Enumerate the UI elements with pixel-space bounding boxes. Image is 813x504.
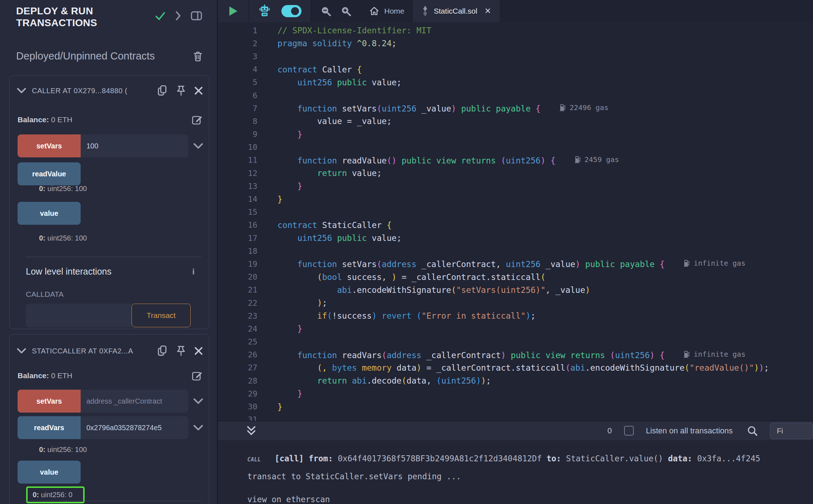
chevron-right-icon[interactable] <box>175 11 181 21</box>
code-text: function setVars(address _callerContract… <box>257 259 746 269</box>
pin-icon[interactable] <box>176 345 186 357</box>
code-line[interactable]: 24 } <box>218 322 813 335</box>
close-tab-icon[interactable]: ✕ <box>484 6 491 16</box>
search-icon[interactable] <box>747 425 758 436</box>
code-line[interactable]: 20 (bool success, ) = _callerContract.st… <box>218 271 813 284</box>
tab-home[interactable]: Home <box>361 0 413 22</box>
code-line[interactable]: 11 function readValue() public view retu… <box>218 154 813 167</box>
transact-button[interactable]: Transact <box>132 304 191 327</box>
code-line[interactable]: 9 } <box>218 128 813 141</box>
etherscan-link[interactable]: view on etherscan <box>247 495 330 504</box>
zoom-out-icon[interactable] <box>320 6 331 16</box>
transaction-count: 0 <box>608 426 612 436</box>
setvars-input[interactable] <box>81 390 188 413</box>
calldata-input[interactable] <box>26 304 132 327</box>
gas-estimate-badge: infinite gas <box>683 350 746 358</box>
code-line[interactable]: 8 value = _value; <box>218 115 813 128</box>
terminal-call-row[interactable]: CALL [call] from: 0x64f4017368f578BF3b24… <box>247 454 806 463</box>
call-badge: CALL <box>247 456 261 463</box>
remix-app: DEPLOY & RUN TRANSACTIONS Deployed/Unpin… <box>0 0 813 504</box>
setvars-button[interactable]: setVars <box>18 134 81 157</box>
line-number: 17 <box>218 234 257 243</box>
listen-checkbox[interactable] <box>624 426 634 436</box>
code-line[interactable]: 1// SPDX-License-Identifier: MIT <box>218 24 813 37</box>
collapse-terminal-icon[interactable] <box>247 425 256 436</box>
readvars-input[interactable] <box>81 416 188 439</box>
code-line[interactable]: 4contract Caller { <box>218 63 813 76</box>
listen-label: Listen on all transactions <box>646 426 733 436</box>
contract-card-header[interactable]: CALLER AT 0X279...84880 ( <box>17 85 203 96</box>
value-button[interactable]: value <box>18 461 81 484</box>
terminal[interactable]: CALL [call] from: 0x64f4017368f578BF3b24… <box>218 440 813 504</box>
code-line[interactable]: 12 return value; <box>218 167 813 180</box>
readvalue-button[interactable]: readValue <box>18 162 81 185</box>
expand-args-icon[interactable] <box>193 425 203 431</box>
code-line[interactable]: 29 } <box>218 387 813 400</box>
ai-toggle-switch[interactable] <box>281 5 301 17</box>
deploy-run-panel: DEPLOY & RUN TRANSACTIONS Deployed/Unpin… <box>0 0 218 504</box>
chevron-down-icon[interactable] <box>17 348 26 354</box>
code-line[interactable]: 16contract StaticCaller { <box>218 219 813 232</box>
close-icon[interactable] <box>194 86 203 95</box>
line-number: 30 <box>218 402 257 411</box>
code-text: } <box>257 195 282 204</box>
readvalue-output: 0: uint256: 100 <box>39 185 87 193</box>
code-line[interactable]: 28 return abi.decode(data, (uint256)); <box>218 374 813 387</box>
balance: Balance: 0 ETH <box>18 371 72 380</box>
trash-icon[interactable] <box>193 51 203 62</box>
code-line[interactable]: 17 uint256 public value; <box>218 232 813 244</box>
code-line[interactable]: 27 (, bytes memory data) = _callerContra… <box>218 361 813 374</box>
code-line[interactable]: 6 <box>218 89 813 102</box>
copy-icon[interactable] <box>157 85 168 96</box>
calldata-label: CALLDATA <box>26 290 63 299</box>
code-line[interactable]: 23 if(!success) revert ("Error in static… <box>218 309 813 322</box>
run-script-icon[interactable] <box>229 6 238 16</box>
code-editor[interactable]: 1// SPDX-License-Identifier: MIT2pragma … <box>218 22 813 421</box>
setvars-button[interactable]: setVars <box>18 390 81 413</box>
deployed-contracts-header: Deployed/Unpinned Contracts <box>16 50 203 62</box>
setvars-input[interactable] <box>81 134 188 157</box>
info-icon[interactable]: i <box>192 267 195 276</box>
line-number: 15 <box>218 208 257 217</box>
copy-icon[interactable] <box>157 345 168 357</box>
code-line[interactable]: 7 function setVars(uint256 _value) publi… <box>218 102 813 115</box>
line-number: 9 <box>218 130 257 139</box>
code-line[interactable]: 21 abi.encodeWithSignature("setVars(uint… <box>218 284 813 296</box>
code-text: ); <box>257 298 327 308</box>
line-number: 27 <box>218 363 257 372</box>
gas-estimate-badge: infinite gas <box>683 259 746 267</box>
contract-card-header[interactable]: STATICCALLER AT 0XFA2...A <box>17 345 203 357</box>
code-line[interactable]: 22 ); <box>218 296 813 309</box>
tab-staticcall-sol[interactable]: StaticCall.sol ✕ <box>413 0 500 22</box>
code-text: // SPDX-License-Identifier: MIT <box>257 26 431 35</box>
code-line[interactable]: 15 <box>218 206 813 219</box>
code-line[interactable]: 31 <box>218 413 813 421</box>
code-line[interactable]: 10 <box>218 141 813 154</box>
pin-panel-icon[interactable] <box>191 11 202 21</box>
code-line[interactable]: 14} <box>218 192 813 205</box>
code-text: if(!success) revert ("Error in staticcal… <box>257 311 536 320</box>
expand-args-icon[interactable] <box>193 398 203 404</box>
code-line[interactable]: 3 <box>218 50 813 63</box>
expand-args-icon[interactable] <box>193 143 203 149</box>
code-line[interactable]: 2pragma solidity ^0.8.24; <box>218 37 813 50</box>
code-line[interactable]: 19 function setVars(address _callerContr… <box>218 257 813 270</box>
code-line[interactable]: 18 <box>218 244 813 257</box>
edit-icon[interactable] <box>192 370 203 381</box>
filter-input[interactable]: Fi <box>770 423 813 439</box>
readvars-button[interactable]: readVars <box>18 416 81 439</box>
close-icon[interactable] <box>194 346 203 356</box>
remixai-robot-icon[interactable] <box>258 4 271 18</box>
code-line[interactable]: 5 uint256 public value; <box>218 76 813 89</box>
value-button[interactable]: value <box>18 202 81 225</box>
code-line[interactable]: 26 function readVars(address _callerCont… <box>218 348 813 361</box>
chevron-down-icon[interactable] <box>17 88 26 94</box>
pin-icon[interactable] <box>176 85 186 96</box>
line-number: 24 <box>218 324 257 333</box>
code-line[interactable]: 30} <box>218 400 813 413</box>
code-line[interactable]: 13 } <box>218 180 813 192</box>
code-line[interactable]: 25 <box>218 336 813 348</box>
edit-icon[interactable] <box>192 114 203 125</box>
zoom-in-icon[interactable] <box>341 6 351 16</box>
code-text: function readValue() public view returns… <box>257 155 619 165</box>
